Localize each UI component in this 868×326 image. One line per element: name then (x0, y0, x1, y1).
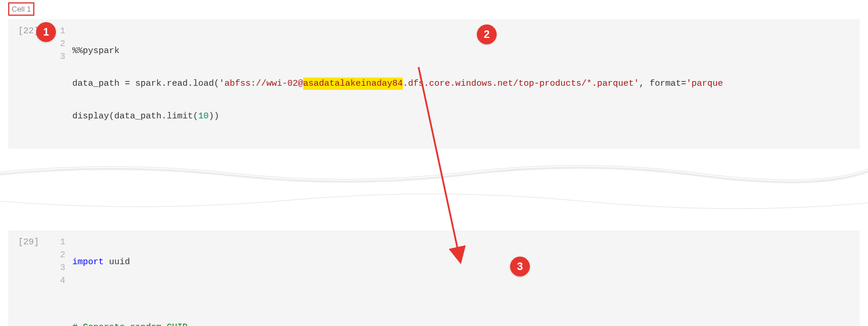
exec-count-2: [29] (8, 236, 49, 326)
highlight-storage-1: asadatalakeinaday84 (303, 78, 403, 90)
code-area-2[interactable]: import uuid # Generate random GUID runId… (72, 236, 860, 326)
code-area-1[interactable]: %%pyspark data_path = spark.read.load('a… (72, 25, 860, 143)
callout-1: 1 (36, 22, 56, 42)
code-cell-1[interactable]: [22] 1 2 3 %%pyspark data_path = spark.r… (8, 19, 860, 149)
cell-label-1: Cell 1 (8, 2, 34, 16)
code-cell-2[interactable]: [29] 1 2 3 4 import uuid # Generate rand… (8, 230, 860, 326)
callout-3: 3 (510, 257, 530, 276)
line-gutter: 1 2 3 4 (49, 236, 72, 326)
callout-2: 2 (477, 24, 497, 44)
line-gutter: 1 2 3 (49, 25, 72, 143)
content-gap (0, 160, 868, 213)
exec-count-1: [22] (8, 25, 49, 143)
